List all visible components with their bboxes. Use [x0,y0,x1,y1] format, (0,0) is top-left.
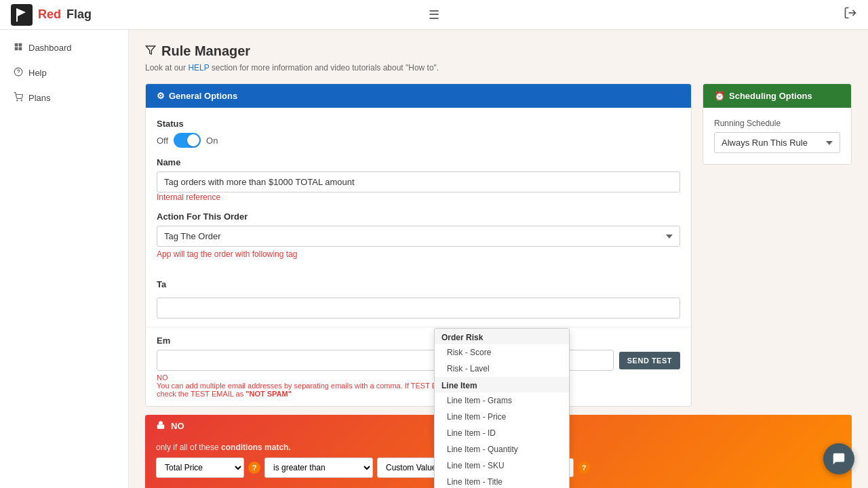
send-test-button[interactable]: SEND TEST [619,352,680,369]
scheduling-header: ⏰ Scheduling Options [703,84,851,108]
dropdown-item-li-sku[interactable]: Line Item - SKU [435,458,569,474]
general-options-card: ⚙ General Options Status Off On [145,83,692,407]
action-group: Action For This Order Tag The Order App … [157,211,680,259]
tag-input[interactable] [157,298,680,319]
name-group: Name Internal reference [157,157,680,202]
action-select[interactable]: Tag The Order [157,226,680,247]
sidebar-label-help: Help [28,68,47,78]
sidebar-item-help[interactable]: Help [0,60,128,85]
dashboard-icon [14,42,23,54]
email-section: Em SEND TEST NO You can add multiple ema… [146,327,691,406]
status-off-label: Off [157,136,168,146]
page-title: Rule Manager [161,43,250,59]
svg-marker-11 [146,46,155,54]
filter-icon [145,45,156,58]
brand-logo: RedFlag [11,4,92,26]
svg-rect-6 [19,47,22,51]
dropdown-scroll: Order Risk Risk - Score Risk - Lavel Lin… [435,329,569,488]
sidebar-item-plans[interactable]: Plans [0,85,128,110]
condition-operator-select[interactable]: is greater than [264,458,373,478]
sidebar-label-dashboard: Dashboard [28,43,72,53]
running-schedule-label: Running Schedule [714,119,840,128]
status-group: Status Off On [157,119,680,148]
svg-rect-12 [157,424,165,428]
page-subtitle: Look at our HELP section for more inform… [145,63,852,73]
svg-rect-4 [19,43,22,47]
brand-name-red: Red [38,7,61,22]
dropdown-item-risk-score[interactable]: Risk - Score [435,344,569,361]
condition-field-select[interactable]: Total Price [156,458,244,478]
brand-name-flag: Flag [66,7,92,22]
scheduling-body: Running Schedule Always Run This Rule [703,108,851,164]
dropdown-item-risk-lavel[interactable]: Risk - Lavel [435,361,569,377]
page-header: Rule Manager [145,43,852,59]
email-note: NO You can add multiple email addresses … [157,373,680,398]
svg-point-9 [17,100,18,101]
status-toggle[interactable] [174,133,201,148]
group-label-line-item: Line Item [435,377,569,392]
status-row: Off On [157,133,680,148]
sidebar-label-plans: Plans [28,93,51,103]
help-icon [14,67,23,79]
action-note: App will tag the order with following ta… [157,249,680,259]
clock-icon: ⏰ [714,91,725,101]
brand-svg [11,4,33,26]
value-help-icon[interactable]: ? [578,462,590,474]
sidebar: Dashboard Help Plans [0,30,129,488]
scheduling-card: ⏰ Scheduling Options Running Schedule Al… [703,83,852,165]
dropdown-item-li-quantity[interactable]: Line Item - Quantity [435,441,569,458]
field-help-icon[interactable]: ? [248,462,260,474]
help-link[interactable]: HELP [188,63,209,73]
general-options-body: Status Off On Name Internal reference [146,108,691,279]
main-layout: Dashboard Help Plans Rule Manager Look a… [0,30,868,488]
dropdown-item-li-title[interactable]: Line Item - Title [435,474,569,488]
conditions-icon [156,420,165,432]
dropdown-item-li-grams[interactable]: Line Item - Grams [435,392,569,409]
top-nav: RedFlag ☰ [0,0,868,30]
action-label: Action For This Order [157,211,680,222]
gear-icon: ⚙ [157,91,165,101]
email-label-text: Em [157,336,680,346]
group-label-order-risk: Order Risk [435,329,569,344]
plans-icon [14,92,23,104]
svg-point-10 [21,100,22,101]
internal-ref-link[interactable]: Internal reference [157,192,680,202]
dropdown-item-li-price[interactable]: Line Item - Price [435,409,569,425]
hamburger-icon[interactable]: ☰ [429,7,439,22]
status-on-label: On [206,136,218,146]
tag-section: Ta [146,279,691,327]
main-content: Rule Manager Look at our HELP section fo… [129,30,868,488]
svg-rect-5 [15,47,18,51]
svg-rect-0 [11,4,33,26]
name-label: Name [157,157,680,167]
svg-rect-3 [15,43,18,47]
sidebar-item-dashboard[interactable]: Dashboard [0,35,128,60]
email-input-row: SEND TEST [157,350,680,371]
dropdown-overlay: Order Risk Risk - Score Risk - Lavel Lin… [434,328,570,488]
running-schedule-select[interactable]: Always Run This Rule [714,132,840,153]
status-label: Status [157,119,680,129]
general-options-header: ⚙ General Options [146,84,691,108]
conditions-title: NO [171,421,184,431]
chat-bubble[interactable] [823,443,854,474]
name-input[interactable] [157,171,680,192]
logout-icon[interactable] [844,6,857,23]
dropdown-item-li-id[interactable]: Line Item - ID [435,425,569,441]
tag-label: Ta [157,279,166,289]
